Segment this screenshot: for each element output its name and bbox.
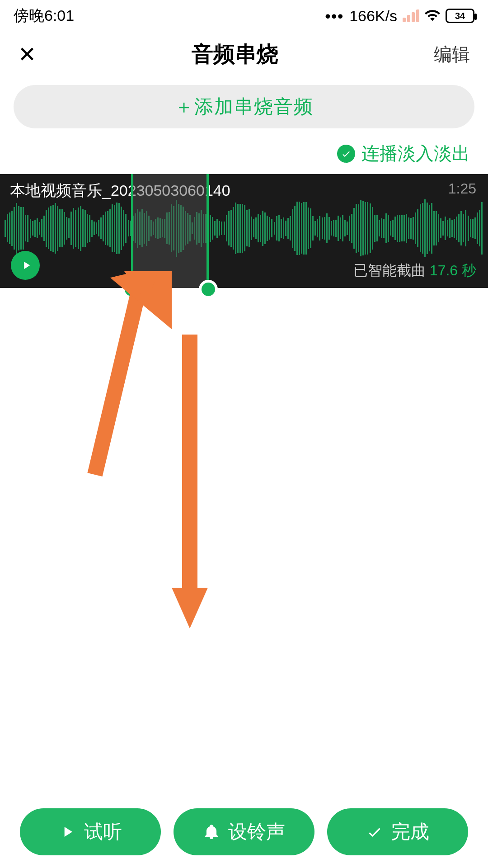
page-title: 音频串烧 <box>192 40 278 69</box>
status-time: 傍晚6:01 <box>14 5 74 26</box>
trim-handle-right[interactable] <box>199 280 218 299</box>
set-ringtone-label: 设铃声 <box>228 819 285 844</box>
check-icon <box>366 823 383 840</box>
svg-line-0 <box>95 285 140 475</box>
trim-selection[interactable] <box>131 174 209 288</box>
done-label: 完成 <box>391 819 429 844</box>
trim-seconds: 17.6 秒 <box>430 262 476 278</box>
play-icon <box>20 259 33 272</box>
status-net-speed: 166K/s <box>349 7 397 25</box>
signal-icon <box>403 9 419 22</box>
waveform[interactable] <box>5 201 483 255</box>
battery-icon: 34 <box>446 9 474 23</box>
svg-marker-3 <box>172 588 208 628</box>
play-button[interactable] <box>11 251 40 280</box>
track-duration: 1:25 <box>448 180 476 197</box>
add-audio-button[interactable]: ＋添加串烧音频 <box>14 85 474 128</box>
edit-button[interactable]: 编辑 <box>434 42 470 67</box>
preview-button[interactable]: 试听 <box>20 808 161 855</box>
status-right: ••• 166K/s 34 <box>325 7 474 25</box>
close-icon[interactable]: ✕ <box>18 42 36 67</box>
fade-option-row[interactable]: 连播淡入淡出 <box>0 128 488 174</box>
annotation-arrow-1 <box>81 271 172 479</box>
wifi-icon <box>425 8 440 24</box>
status-more-icon: ••• <box>325 7 344 25</box>
trim-prefix: 已智能截曲 <box>353 262 430 278</box>
trim-handle-left[interactable] <box>122 280 141 299</box>
play-icon <box>59 823 76 840</box>
smart-trim-label: 已智能截曲 17.6 秒 <box>353 261 476 281</box>
add-audio-label: ＋添加串烧音频 <box>174 94 314 119</box>
battery-level: 34 <box>455 11 465 21</box>
header: ✕ 音频串烧 编辑 <box>0 32 488 77</box>
annotation-arrow-2 <box>149 326 230 633</box>
bell-icon <box>203 823 220 840</box>
check-circle-icon <box>337 145 355 163</box>
audio-panel: 本地视频音乐_20230503060140 1:25 已智能截曲 17.6 秒 <box>0 174 488 288</box>
set-ringtone-button[interactable]: 设铃声 <box>174 808 314 855</box>
preview-label: 试听 <box>84 819 122 844</box>
status-bar: 傍晚6:01 ••• 166K/s 34 <box>0 0 488 32</box>
fade-option-label: 连播淡入淡出 <box>361 141 470 166</box>
bottom-bar: 试听 设铃声 完成 <box>0 808 488 855</box>
done-button[interactable]: 完成 <box>327 808 468 855</box>
